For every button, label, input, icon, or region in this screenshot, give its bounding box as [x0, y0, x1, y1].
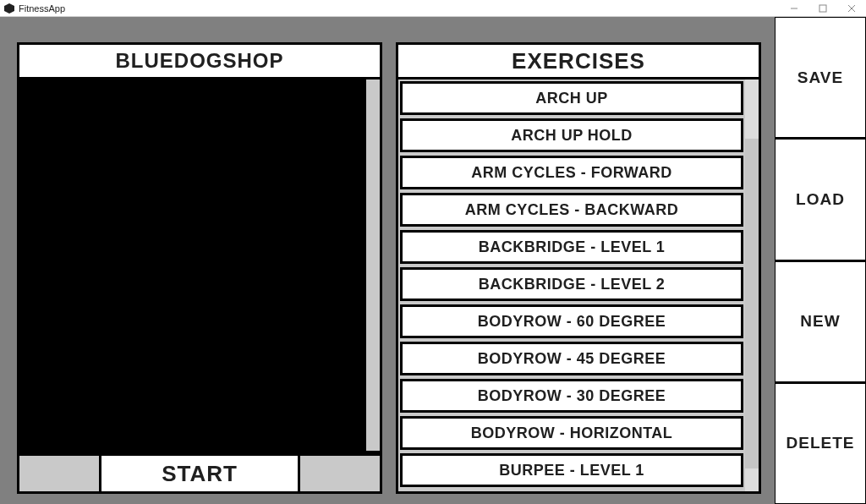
exercises-panel: Exercises Arch UpArch Up HoldArm Cycles … [396, 42, 761, 494]
unity-app-icon [3, 3, 15, 14]
app-stage: BlueDogShop Start Exercises Arch UpArch … [0, 17, 866, 504]
exercise-item[interactable]: Bodyrow - 30 degree [400, 379, 743, 413]
exercise-item[interactable]: Arch Up Hold [400, 118, 743, 152]
workout-scrollbar-thumb[interactable] [366, 79, 380, 451]
workout-panel-header: BlueDogShop [17, 42, 382, 79]
exercise-item[interactable]: Bodyrow - Horizontal [400, 416, 743, 450]
new-button[interactable]: New [775, 260, 866, 382]
workout-canvas [17, 79, 382, 453]
exercises-panel-header: Exercises [396, 42, 761, 79]
save-button[interactable]: Save [775, 17, 866, 138]
load-button[interactable]: Load [775, 138, 866, 260]
exercises-list: Arch UpArch Up HoldArm Cycles - ForwardA… [396, 79, 761, 494]
next-button[interactable] [298, 453, 382, 494]
exercise-item[interactable]: Arm Cycles - Forward [400, 156, 743, 189]
exercises-scrollbar-thumb[interactable] [745, 139, 759, 468]
svg-rect-2 [819, 5, 826, 12]
minimize-button[interactable] [780, 0, 808, 17]
workout-panel: BlueDogShop Start [17, 42, 382, 494]
exercise-item[interactable]: Arch Up [400, 81, 743, 115]
exercise-item[interactable]: Bodyrow - 60 degree [400, 304, 743, 338]
workout-footer: Start [17, 453, 382, 494]
action-sidebar: Save Load New Delete [775, 17, 866, 504]
start-button[interactable]: Start [101, 453, 298, 494]
delete-button[interactable]: Delete [775, 382, 866, 504]
window-title: FitnessApp [19, 3, 65, 14]
window-controls [780, 0, 866, 17]
exercise-item[interactable]: Backbridge - Level 2 [400, 267, 743, 301]
exercise-item[interactable]: Arm Cycles - Backward [400, 193, 743, 227]
close-button[interactable] [837, 0, 866, 17]
exercise-item[interactable]: Burpee - Level 1 [400, 453, 743, 487]
maximize-button[interactable] [808, 0, 837, 17]
window-titlebar: FitnessApp [0, 0, 866, 17]
prev-button[interactable] [17, 453, 101, 494]
exercises-scrollbar[interactable] [745, 79, 759, 491]
svg-marker-0 [4, 3, 14, 14]
workout-scrollbar[interactable] [366, 79, 380, 451]
exercise-item[interactable]: Bodyrow - 45 degree [400, 342, 743, 375]
exercise-item[interactable]: Backbridge - Level 1 [400, 230, 743, 264]
